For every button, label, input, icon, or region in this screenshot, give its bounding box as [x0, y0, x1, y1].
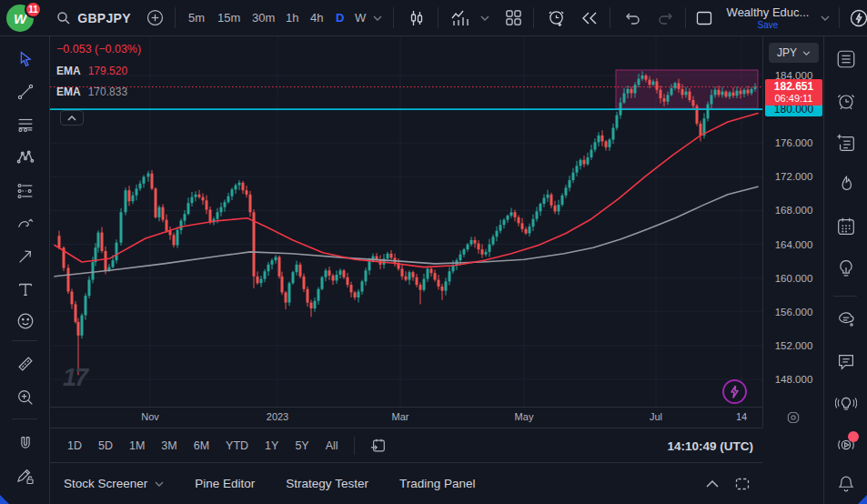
watchlist-button[interactable] — [832, 45, 861, 74]
alarm-clock-plus-icon — [547, 8, 566, 27]
alerts-button[interactable] — [832, 86, 861, 116]
timeframe-menu-chevron-icon[interactable] — [368, 0, 387, 35]
redo-button[interactable] — [651, 0, 680, 35]
go-to-date-icon — [370, 438, 387, 454]
symbol-search-button[interactable]: GBPJPY — [53, 0, 135, 35]
chat-button[interactable] — [832, 347, 861, 376]
pine-editor-label: Pine Editor — [195, 477, 255, 490]
range-6m-button[interactable]: 6M — [186, 436, 217, 456]
price-chart-canvas[interactable] — [50, 36, 762, 407]
live-streams-button[interactable] — [832, 430, 861, 459]
tool-fib-retracement-button[interactable] — [11, 110, 40, 139]
tool-text-button[interactable] — [11, 275, 40, 304]
timeframe-1h[interactable]: 1h — [280, 0, 304, 35]
chart-style-button[interactable] — [402, 0, 431, 35]
tool-zoom-in-button[interactable] — [11, 383, 40, 412]
brush-icon — [15, 214, 35, 234]
templates-button[interactable] — [499, 0, 528, 35]
trading-panel-label: Trading Panel — [399, 477, 476, 490]
range-5d-button[interactable]: 5D — [90, 436, 121, 456]
range-1d-button[interactable]: 1D — [59, 436, 90, 456]
tool-trendline-button[interactable] — [11, 77, 40, 106]
range-1m-button[interactable]: 1M — [121, 436, 153, 456]
toolbar-separator — [610, 7, 610, 28]
notes-plus-icon — [835, 132, 857, 154]
tool-arrow-button[interactable] — [11, 242, 40, 271]
tool-drawing-lock-button[interactable] — [11, 462, 40, 491]
layout-name-button[interactable]: Wealthy Educ... Save — [721, 0, 815, 35]
minds-button[interactable] — [832, 305, 861, 334]
layout-button[interactable] — [691, 0, 718, 35]
legend-collapse-button[interactable] — [60, 110, 84, 126]
bar-replay-button[interactable] — [575, 0, 604, 35]
strategy-tester-tab[interactable]: Strategy Tester — [286, 477, 368, 490]
indicators-button[interactable] — [445, 0, 476, 35]
time-axis[interactable]: Nov2023MarMayJul14 — [50, 407, 762, 428]
price-tick-label: 152.000 — [763, 339, 824, 352]
range-5y-button[interactable]: 5Y — [287, 436, 317, 456]
hotlists-button[interactable] — [832, 170, 861, 199]
tool-cursor-button[interactable] — [11, 45, 40, 74]
save-label[interactable]: Save — [721, 20, 815, 30]
create-alert-button[interactable] — [540, 0, 571, 35]
indicator-row-ema-fast[interactable]: EMA 179.520 — [56, 62, 141, 79]
toolbar-separator — [393, 7, 394, 28]
range-1y-button[interactable]: 1Y — [257, 436, 287, 456]
timeframe-30m[interactable]: 30m — [247, 0, 280, 35]
app-logo[interactable]: W 11 — [6, 3, 45, 34]
arrow-marker-icon — [15, 247, 35, 267]
indicators-menu-chevron-icon[interactable] — [477, 0, 493, 35]
stock-screener-tab[interactable]: Stock Screener — [64, 477, 164, 490]
drawing-toolbar — [0, 36, 50, 504]
chart-area[interactable]: −0.053 (−0.03%) EMA 179.520 EMA 170.833 … — [50, 36, 762, 407]
compare-add-button[interactable] — [141, 0, 168, 35]
tool-forecast-button[interactable] — [11, 176, 40, 206]
toolbar-separator — [839, 7, 840, 28]
alarm-clock-icon — [835, 90, 857, 112]
news-button[interactable] — [832, 128, 861, 157]
timeframe-1d[interactable]: D — [330, 0, 349, 35]
tool-brush-button[interactable] — [11, 209, 40, 238]
forecast-icon — [15, 181, 35, 201]
layout-square-icon — [696, 11, 712, 25]
go-to-date-button[interactable] — [362, 434, 395, 458]
right-sidebar — [823, 36, 867, 504]
currency-label: JPY — [777, 46, 797, 59]
layout-menu-chevron-icon[interactable] — [817, 0, 833, 35]
tool-magnet-button[interactable] — [11, 429, 40, 459]
maximize-panel-button[interactable] — [735, 478, 750, 490]
cursor-icon — [15, 49, 35, 69]
ideas-button[interactable] — [832, 254, 861, 283]
undo-button[interactable] — [618, 0, 647, 35]
tool-measure-button[interactable] — [11, 349, 40, 378]
trading-panel-tab[interactable]: Trading Panel — [399, 477, 476, 490]
quick-actions-button[interactable] — [845, 0, 867, 35]
notifications-button[interactable] — [832, 469, 861, 499]
indicator-label: EMA — [56, 65, 81, 77]
collapse-panel-button[interactable] — [706, 480, 719, 488]
indicator-row-ema-slow[interactable]: EMA 170.833 — [56, 83, 141, 100]
tool-emoji-button[interactable] — [11, 307, 40, 336]
range-3m-button[interactable]: 3M — [153, 436, 185, 456]
calendar-button[interactable] — [832, 212, 861, 241]
range-ytd-button[interactable]: YTD — [217, 436, 257, 456]
timeframe-15m[interactable]: 15m — [212, 0, 246, 35]
quick-trade-lightning-button[interactable] — [722, 379, 747, 404]
price-axis[interactable]: JPY 182.651 06:49:11 180.000 184.000176.… — [762, 36, 823, 428]
pine-editor-tab[interactable]: Pine Editor — [195, 477, 255, 490]
currency-selector[interactable]: JPY — [769, 43, 819, 63]
text-tool-icon — [15, 279, 35, 299]
timeframe-5m[interactable]: 5m — [183, 0, 210, 35]
watchlist-icon — [835, 48, 857, 70]
date-range-bar: 1D 5D 1M 3M 6M YTD 1Y 5Y All 14:10:49 (U… — [50, 428, 762, 462]
range-all-button[interactable]: All — [318, 436, 347, 456]
axis-settings-button[interactable] — [764, 408, 822, 427]
streams-button[interactable] — [832, 388, 861, 418]
indicator-label: EMA — [56, 86, 81, 98]
time-axis-label: 14 — [736, 411, 747, 422]
notification-badge: 11 — [25, 1, 42, 18]
timeframe-4h[interactable]: 4h — [305, 0, 328, 35]
utc-clock: 14:10:49 (UTC) — [667, 428, 753, 463]
last-price-tag: 182.651 06:49:11 — [765, 79, 822, 106]
tool-xabcd-pattern-button[interactable] — [11, 143, 40, 172]
